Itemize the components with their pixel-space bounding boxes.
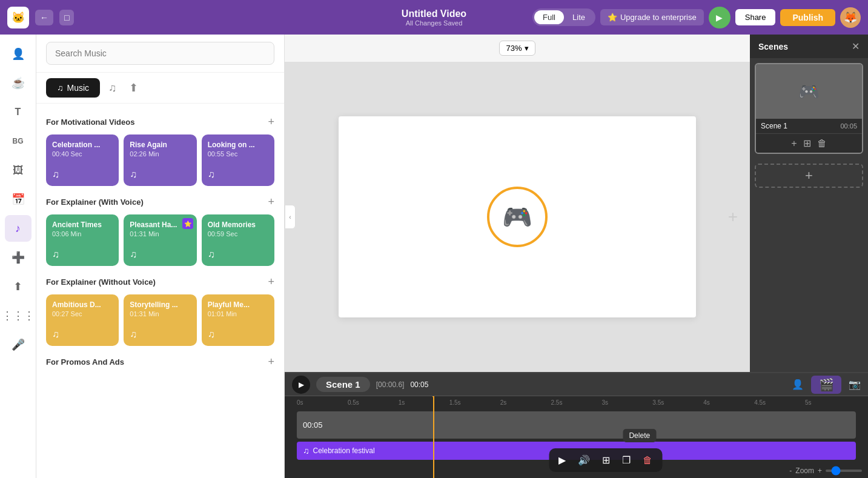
publish-button[interactable]: Publish [780,9,835,26]
explainer-no-voice-cards: Ambitious D... 00:27 Sec ♫ Storytelling … [46,294,274,346]
scene-duration: 00:05 [410,380,428,389]
music-panel: ♫ Music ♫ ⬆ For Motivational Videos + Ce… [36,35,285,478]
note-icon: ♫ [52,329,113,340]
scenes-panel: Scenes ✕ 🎮 Scene 1 00:05 + ⊞ 🗑 + [750,35,868,372]
note-icon: ♫ [130,329,190,340]
note-icon: ♫ [130,249,190,260]
card-title: Rise Again [130,141,190,150]
scene-1-card[interactable]: 🎮 Scene 1 00:05 + ⊞ 🗑 [755,63,863,154]
audio-note-icon: ♫ [303,446,310,456]
timeline-play-button[interactable]: ▶ [292,376,310,394]
music-tab-label: Music [67,83,90,93]
music-card-pleasant[interactable]: ⭐ Pleasant Ha... 01:31 Min ♫ [124,214,196,266]
add-explainer-no-voice-button[interactable]: + [268,276,274,288]
search-input[interactable] [46,42,274,65]
collapse-panel-button[interactable]: ‹ [285,205,296,229]
redo-button[interactable]: □ [59,10,74,25]
playhead-triangle [429,396,437,397]
music-card-storytelling[interactable]: Storytelling ... 01:31 Min ♫ [124,294,196,346]
ruler-5s: 5s [805,399,856,406]
scene-label: Scene 1 [316,377,370,392]
timeline-header: ▶ Scene 1 [00:00.6] 00:05 👤 🎬 📷 [285,373,868,396]
upload-icon-button[interactable]: ⬆ [125,78,142,98]
avatar-icon[interactable]: 👤 [792,379,804,390]
sidebar-icon-text[interactable]: T [5,99,31,125]
sidebar-icon-bg2[interactable]: BG [5,128,31,154]
sidebar-icon-music[interactable]: ♪ [5,215,31,242]
add-scene-button[interactable]: + [755,164,863,188]
video-track-label: 00:05 [303,420,323,430]
explainer-voice-cards: Ancient Times 03:06 Min ♫ ⭐ Pleasant Ha.… [46,214,274,266]
avatar[interactable]: 🦊 [840,7,861,28]
zoom-badge[interactable]: 73% ▾ [499,41,535,56]
sidebar-icon-profile[interactable]: 👤 [5,41,31,67]
logo[interactable]: 🐱 [7,7,29,28]
ruler-45s: 4.5s [754,399,805,406]
mode-toggle: Full Lite [532,8,595,26]
audio-track-label: Celebration festival [313,446,375,455]
full-mode-button[interactable]: Full [534,10,564,24]
timeline-icons: 👤 🎬 📷 [792,376,861,394]
center-right-area: 73% ▾ ‹ 🎮 + Scenes [285,35,868,478]
scene-duplicate-button[interactable]: ⊞ [803,138,811,149]
card-title: Ambitious D... [52,300,113,310]
sort-icon-button[interactable]: ♫ [105,78,121,98]
undo-button[interactable]: ← [35,10,53,25]
zoom-slider[interactable] [826,470,862,472]
sidebar-icon-mic[interactable]: 🎤 [5,331,31,358]
sidebar-icon-media[interactable]: 🖼 [5,157,31,184]
toolbar-volume-button[interactable]: 🔊 [574,452,594,468]
music-note-icon: ♫ [57,83,64,93]
music-card-rise-again[interactable]: Rise Again 02:26 Min ♫ [124,134,196,186]
ruler-3s: 3s [601,399,652,406]
timeline-playhead[interactable] [433,396,434,478]
icon-sidebar: 👤 ☕ T BG 🖼 📅 ♪ ➕ ⬆ ⋮⋮⋮ 🎤 [0,35,36,478]
card-time: 00:55 Sec [208,150,268,158]
category-motivational-header: For Motivational Videos + [46,116,274,128]
sidebar-icon-grid[interactable]: ⋮⋮⋮ [5,302,31,329]
card-title: Playful Me... [208,300,268,310]
add-explainer-voice-button[interactable]: + [268,196,274,208]
canvas-frame: 🎮 [339,116,696,317]
toolbar-transform-button[interactable]: ⊞ [598,452,614,468]
scenes-close-button[interactable]: ✕ [852,41,860,52]
add-motivational-button[interactable]: + [268,116,274,128]
share-button[interactable]: Share [735,9,776,25]
music-tab-button[interactable]: ♫ Music [46,78,100,98]
lite-mode-button[interactable]: Lite [564,10,594,24]
enterprise-label: Upgrade to enterprise [620,13,697,22]
note-icon: ♫ [208,169,268,180]
card-time: 01:31 Min [130,310,190,317]
scene-delete-button[interactable]: 🗑 [817,138,827,149]
card-title: Celebration ... [52,141,113,150]
card-title: Ancient Times [52,221,113,230]
zoom-value: 73% [506,44,522,53]
scene-1-info: Scene 1 00:05 [756,119,862,133]
enterprise-button[interactable]: ⭐ Upgrade to enterprise [600,9,704,25]
preview-play-button[interactable]: ▶ [709,7,731,28]
music-card-playful[interactable]: Playful Me... 01:01 Min ♫ [202,294,274,346]
card-time: 00:59 Sec [208,230,268,237]
category-explainer-no-voice-title: For Explainer (Without Voice) [46,277,156,287]
music-card-old-memories[interactable]: Old Memories 00:59 Sec ♫ [202,214,274,266]
toolbar-play-button[interactable]: ▶ [555,452,569,468]
add-to-right-button[interactable]: + [728,207,738,227]
sidebar-icon-calendar[interactable]: 📅 [5,186,31,213]
music-card-looking-on[interactable]: Looking on ... 00:55 Sec ♫ [202,134,274,186]
music-card-celebration[interactable]: Celebration ... 00:40 Sec ♫ [46,134,119,186]
add-promos-button[interactable]: + [268,356,274,368]
toolbar-duplicate-button[interactable]: ❐ [618,452,634,468]
main-layout: 👤 ☕ T BG 🖼 📅 ♪ ➕ ⬆ ⋮⋮⋮ 🎤 ♫ Music ♫ ⬆ For… [0,35,868,478]
music-card-ancient-times[interactable]: Ancient Times 03:06 Min ♫ [46,214,119,266]
ruler-15s: 1.5s [449,399,500,406]
sidebar-icon-add[interactable]: ➕ [5,244,31,271]
camera-icon[interactable]: 📷 [849,379,861,390]
sidebar-icon-bg[interactable]: ☕ [5,70,31,96]
zoom-minus-icon: - [789,466,792,475]
music-card-ambitious[interactable]: Ambitious D... 00:27 Sec ♫ [46,294,119,346]
scene-add-button[interactable]: + [791,138,797,149]
sidebar-icon-upload[interactable]: ⬆ [5,273,31,300]
toolbar-delete-button[interactable]: 🗑 [639,453,656,468]
video-track[interactable]: 00:05 [297,411,856,439]
card-title: Old Memories [208,221,268,230]
